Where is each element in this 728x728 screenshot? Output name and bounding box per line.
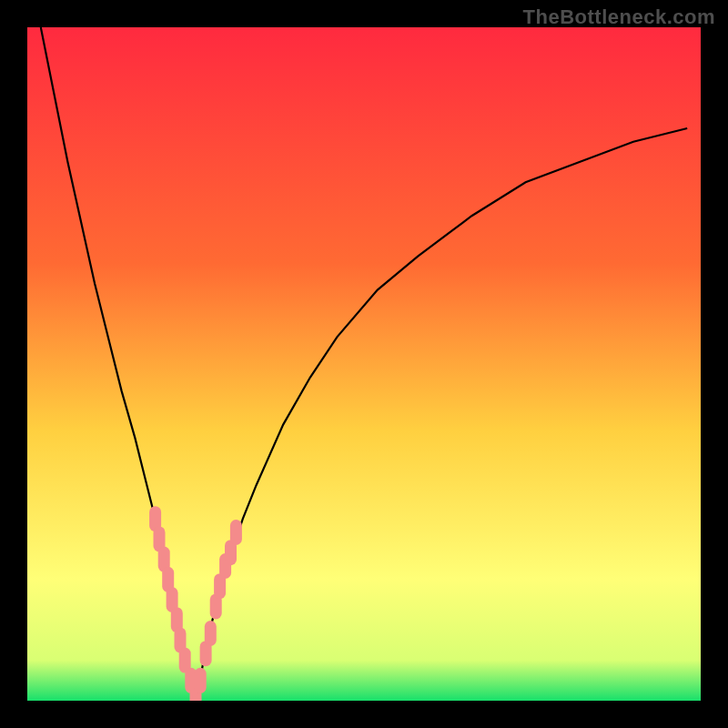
gradient-background bbox=[27, 27, 701, 701]
marker-point bbox=[195, 668, 207, 693]
marker-point bbox=[230, 520, 242, 545]
plot-area bbox=[27, 27, 701, 701]
marker-point bbox=[205, 621, 217, 646]
watermark-text: TheBottleneck.com bbox=[523, 5, 715, 29]
chart-frame: TheBottleneck.com bbox=[0, 0, 728, 728]
bottleneck-chart bbox=[27, 27, 701, 701]
